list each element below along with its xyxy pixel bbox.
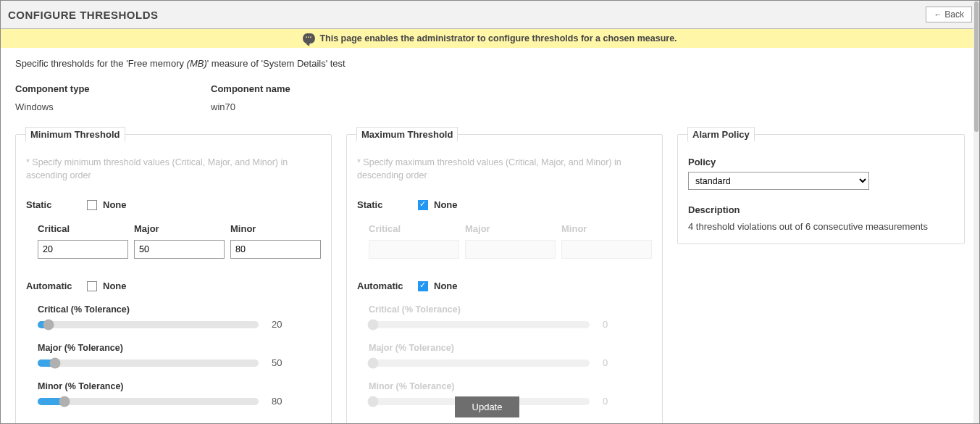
min-major-slider-value: 50 <box>272 357 293 368</box>
min-critical-slider-value: 20 <box>272 319 293 330</box>
max-critical-input <box>369 240 459 259</box>
max-auto-none-label: None <box>434 280 458 291</box>
min-critical-input[interactable] <box>38 240 128 259</box>
max-minor-label: Minor <box>561 223 652 234</box>
component-type-value: Windows <box>15 101 211 112</box>
max-critical-label: Critical <box>369 223 459 234</box>
max-major-label: Major <box>465 223 556 234</box>
slider-thumb <box>368 319 379 330</box>
min-auto-label: Automatic <box>26 280 87 291</box>
max-static-none-checkbox[interactable] <box>418 200 428 210</box>
max-major-slider-value: 0 <box>603 357 624 368</box>
min-minor-label: Minor <box>230 223 321 234</box>
comment-icon <box>303 33 315 43</box>
update-button[interactable]: Update <box>455 396 520 417</box>
max-major-input <box>465 240 556 259</box>
description-text: 4 threshold violations out of 6 consecut… <box>688 221 954 232</box>
max-major-slider-label: Major (% Tolerance) <box>369 343 652 353</box>
max-static-none-label: None <box>434 199 458 210</box>
alarm-policy-panel: Alarm Policy Policy standard Description… <box>677 134 965 244</box>
component-name-value: win70 <box>211 101 406 112</box>
max-auto-label: Automatic <box>357 280 418 291</box>
min-auto-none-label: None <box>103 280 127 291</box>
max-auto-none-checkbox[interactable] <box>418 281 428 291</box>
min-critical-label: Critical <box>38 223 128 234</box>
slider-thumb[interactable] <box>43 319 54 330</box>
info-banner-text: This page enables the administrator to c… <box>319 33 677 43</box>
min-major-input[interactable] <box>134 240 225 259</box>
min-panel-legend: Minimum Threshold <box>25 127 125 141</box>
max-critical-slider-label: Critical (% Tolerance) <box>369 304 652 315</box>
scrollbar[interactable] <box>973 1 979 423</box>
min-critical-slider-label: Critical (% Tolerance) <box>38 304 321 315</box>
slider-thumb <box>368 357 379 368</box>
minimum-threshold-panel: Minimum Threshold * Specify minimum thre… <box>15 134 332 424</box>
min-minor-input[interactable] <box>230 240 321 259</box>
slider-thumb[interactable] <box>50 357 61 368</box>
min-static-none-checkbox[interactable] <box>87 200 97 210</box>
intro-text: Specific thresholds for the 'Free memory… <box>15 58 965 69</box>
component-name-label: Component name <box>211 83 406 94</box>
min-auto-none-checkbox[interactable] <box>87 281 97 291</box>
page-title: CONFIGURE THRESHOLDS <box>8 9 159 21</box>
info-banner: This page enables the administrator to c… <box>1 29 979 48</box>
description-label: Description <box>688 204 954 215</box>
max-minor-slider-label: Minor (% Tolerance) <box>369 381 652 391</box>
policy-select[interactable]: standard <box>688 172 869 190</box>
max-critical-slider-value: 0 <box>603 319 624 330</box>
back-button[interactable]: ← Back <box>926 7 972 22</box>
scrollbar-thumb[interactable] <box>974 1 979 132</box>
maximum-threshold-panel: Maximum Threshold * Specify maximum thre… <box>346 134 663 424</box>
max-panel-legend: Maximum Threshold <box>356 127 458 141</box>
min-major-slider-label: Major (% Tolerance) <box>38 343 321 353</box>
policy-label: Policy <box>688 157 954 167</box>
component-type-label: Component type <box>15 83 211 94</box>
back-arrow-icon: ← <box>934 10 942 19</box>
max-minor-input <box>561 240 652 259</box>
max-major-slider <box>369 359 590 367</box>
min-critical-slider[interactable] <box>38 321 259 328</box>
min-static-none-label: None <box>103 199 127 210</box>
max-critical-slider <box>369 321 590 328</box>
alarm-panel-legend: Alarm Policy <box>687 127 755 141</box>
max-static-label: Static <box>357 199 418 210</box>
back-button-label: Back <box>945 9 964 20</box>
min-minor-slider-label: Minor (% Tolerance) <box>38 381 321 391</box>
max-hint: * Specify maximum threshold values (Crit… <box>357 157 652 182</box>
min-major-slider[interactable] <box>38 359 259 367</box>
min-hint: * Specify minimum threshold values (Crit… <box>26 157 321 182</box>
min-static-label: Static <box>26 199 87 210</box>
min-major-label: Major <box>134 223 225 234</box>
